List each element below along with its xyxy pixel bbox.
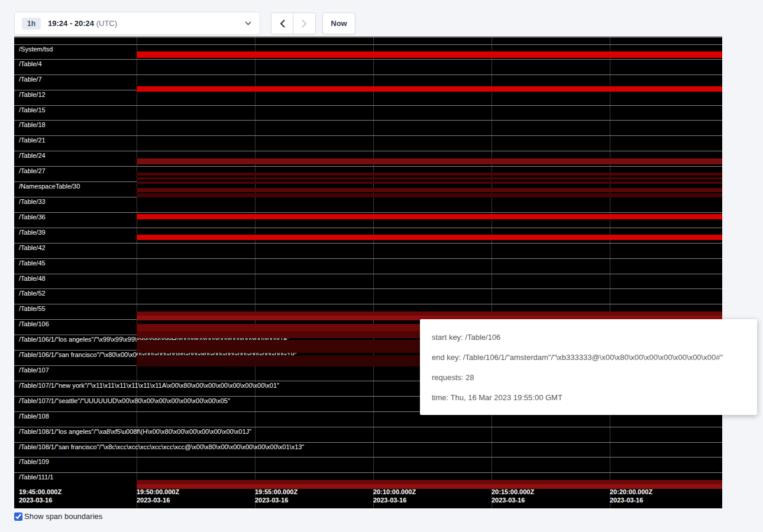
heat-band[interactable]: [137, 181, 722, 184]
timezone-label: (UTC): [96, 19, 117, 28]
span-label: /Table/55: [19, 305, 46, 313]
span-label: /Table/36: [19, 213, 46, 221]
time-axis-label: 19:50:00.000Z2023-03-16: [137, 488, 179, 504]
chevron-right-icon: [302, 20, 307, 28]
span-boundary-line: [14, 427, 722, 427]
tooltip-start-key: start key: /Table/106: [432, 332, 745, 343]
span-label: /Table/15: [19, 106, 46, 114]
span-boundary-line: [14, 472, 722, 473]
span-label: /Table/33: [19, 198, 46, 206]
span-boundary-line: [14, 288, 722, 289]
time-gridline: [492, 37, 492, 508]
span-label: /Table/108/1/"san francisco"/"\x8c\xcc\x…: [19, 443, 304, 451]
heat-band[interactable]: [137, 173, 722, 176]
time-axis-label: 20:15:00.000Z2023-03-16: [492, 488, 534, 504]
span-label: /Table/45: [19, 259, 46, 267]
span-label: /Table/39: [19, 229, 46, 236]
span-boundary-line: [14, 166, 722, 167]
time-gridline: [373, 37, 374, 508]
span-boundary-line: [14, 228, 722, 228]
time-axis-label: 20:10:00.000Z2023-03-16: [373, 488, 416, 504]
axis-date: 2023-03-16: [492, 496, 534, 504]
tooltip-time: time: Thu, 16 Mar 2023 19:55:00 GMT: [432, 392, 745, 403]
axis-date: 2023-03-16: [19, 496, 62, 504]
span-boundary-line: [14, 274, 722, 274]
span-boundary-line: [14, 151, 722, 151]
axis-date: 2023-03-16: [373, 496, 416, 504]
time-range-select[interactable]: 1h 19:24 - 20:24 (UTC): [14, 12, 260, 35]
heat-band[interactable]: [137, 235, 722, 240]
prev-time-button[interactable]: [271, 12, 293, 34]
span-boundary-line: [14, 243, 722, 244]
heat-band[interactable]: [137, 51, 722, 58]
time-range-label: 19:24 - 20:24 (UTC): [48, 19, 117, 28]
span-label: /Table/27: [19, 167, 46, 175]
time-axis-label: 19:55:00.000Z2023-03-16: [255, 488, 298, 504]
hover-tooltip: start key: /Table/106 end key: /Table/10…: [420, 319, 757, 415]
span-boundary-line: [14, 120, 722, 121]
time-range-value: 19:24 - 20:24: [48, 19, 94, 28]
span-boundary-line: [14, 135, 722, 136]
axis-time: 19:50:00.000Z: [137, 488, 179, 496]
time-nav-group: [271, 12, 316, 34]
now-button[interactable]: Now: [322, 12, 355, 34]
heat-band[interactable]: [137, 177, 722, 180]
axis-time: 20:20:00.000Z: [610, 488, 652, 496]
span-boundary-line: [14, 258, 722, 259]
span-label: /Table/106: [19, 320, 49, 328]
heat-band[interactable]: [137, 480, 722, 484]
axis-time: 19:45:00.000Z: [19, 488, 62, 496]
axis-date: 2023-03-16: [137, 496, 179, 504]
heat-band[interactable]: [137, 188, 722, 192]
heat-band[interactable]: [137, 158, 722, 164]
show-span-boundaries-text: Show span boundaries: [24, 512, 102, 521]
span-label: /NamespaceTable/30: [19, 183, 80, 190]
span-label: /System/tsd: [19, 46, 53, 53]
span-label: /Table/18: [19, 121, 46, 129]
span-label: /Table/107: [19, 366, 49, 374]
next-time-button[interactable]: [293, 12, 316, 34]
axis-time: 19:55:00.000Z: [255, 488, 298, 496]
heat-band[interactable]: [137, 193, 722, 197]
span-label: /Table/7: [19, 76, 42, 83]
span-label: /Table/24: [19, 152, 46, 160]
time-gridline: [255, 37, 256, 508]
show-span-boundaries-label: Show span boundaries: [14, 512, 102, 521]
key-visualizer-canvas[interactable]: /System/tsd/Table/4/Table/7/Table/12/Tab…: [14, 37, 722, 508]
span-label: /Table/21: [19, 137, 46, 144]
axis-date: 2023-03-16: [255, 496, 298, 504]
span-boundary-line: [14, 59, 722, 60]
span-label: /Table/4: [19, 60, 42, 68]
span-label: /Table/108/1/"los angeles"/"\xa8\xf5\u00…: [19, 428, 251, 436]
span-label: /Table/52: [19, 290, 46, 297]
span-boundary-line: [14, 457, 722, 458]
time-axis-label: 20:20:00.000Z2023-03-16: [610, 488, 652, 504]
span-boundary-line: [14, 442, 722, 443]
span-label: /Table/12: [19, 91, 46, 99]
heat-band[interactable]: [137, 86, 722, 92]
span-boundary-line: [14, 212, 722, 213]
span-label: /Table/108: [19, 413, 49, 420]
chevron-down-icon: [245, 21, 251, 25]
axis-time: 20:15:00.000Z: [492, 488, 534, 496]
span-label: /Table/48: [19, 275, 46, 283]
axis-date: 2023-03-16: [610, 496, 652, 504]
duration-badge: 1h: [22, 18, 41, 30]
span-label: /Table/107/1/"new york"/"\x11\x11\x11\x1…: [19, 382, 279, 390]
show-span-boundaries-checkbox[interactable]: [14, 512, 22, 521]
span-boundary-line: [14, 37, 722, 38]
span-boundary-line: [14, 105, 722, 106]
time-axis-label: 19:45:00.000Z2023-03-16: [19, 488, 62, 504]
span-label: /Table/107/1/"seattle"/"UUUUUUD\x00\x80\…: [19, 397, 230, 405]
span-boundary-line: [14, 44, 722, 45]
heat-band[interactable]: [137, 312, 722, 316]
chevron-left-icon: [280, 20, 285, 28]
span-label: /Table/42: [19, 244, 46, 252]
tooltip-requests: requests: 28: [432, 372, 745, 383]
heat-band[interactable]: [137, 214, 722, 219]
key-visualizer-page: { "toolbar": { "duration_badge": "1h", "…: [0, 0, 763, 532]
span-label: /Table/109: [19, 458, 49, 466]
axis-time: 20:10:00.000Z: [373, 488, 416, 496]
time-gridline: [137, 37, 137, 508]
toolbar: 1h 19:24 - 20:24 (UTC) Now: [14, 12, 355, 35]
